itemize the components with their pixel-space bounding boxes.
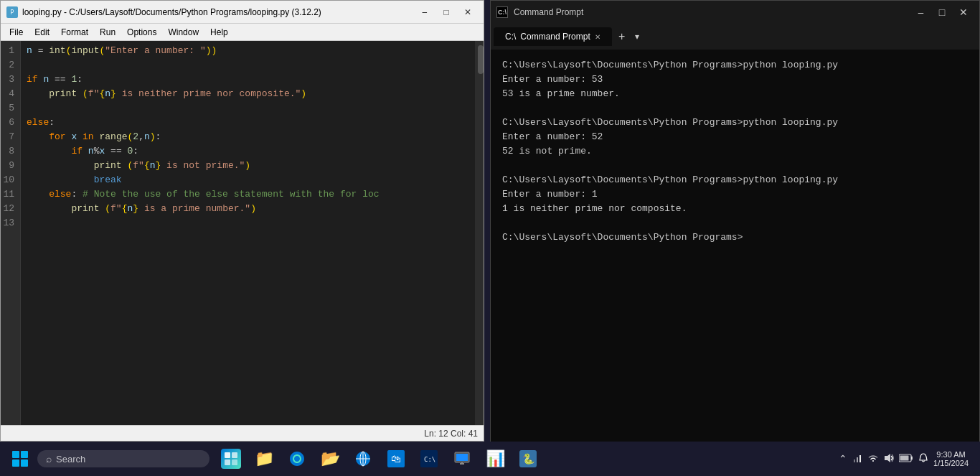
svg-rect-5 xyxy=(232,459,237,465)
scrollbar-thumb[interactable] xyxy=(478,45,484,74)
svg-rect-4 xyxy=(225,459,230,465)
ln9: 9 xyxy=(1,159,17,173)
ln2: 2 xyxy=(1,58,17,73)
titlebar-controls: ‒ □ ✕ xyxy=(415,5,478,19)
svg-rect-2 xyxy=(225,452,230,458)
code-line-5 xyxy=(27,101,469,116)
cmd-tab-1[interactable]: C:\ Command Prompt ✕ xyxy=(494,27,612,46)
minimize-button[interactable]: ‒ xyxy=(415,5,435,19)
code-line-1: n = int(input("Enter a number: ")) xyxy=(27,44,469,58)
ln6: 6 xyxy=(1,116,17,130)
code-line-7: for x in range(2,n): xyxy=(27,130,469,144)
tray-network-icon[interactable] xyxy=(852,452,863,466)
scrollbar-track[interactable] xyxy=(475,41,484,425)
svg-rect-20 xyxy=(854,459,855,462)
menu-file[interactable]: File xyxy=(4,26,29,39)
clock-time: 9:30 AM xyxy=(936,450,965,459)
idle-editor[interactable]: 1 2 3 4 5 6 7 8 9 10 11 12 13 n = int(in… xyxy=(1,41,484,425)
code-line-10: break xyxy=(27,173,469,187)
cmd-output-6: 52 is not prime. xyxy=(502,144,968,159)
code-line-9: print (f"{n} is not prime.") xyxy=(27,159,469,173)
cmd-output-8: C:\Users\Laysoft\Documents\Python Progra… xyxy=(502,173,968,187)
ln13: 13 xyxy=(1,216,17,230)
menu-run[interactable]: Run xyxy=(94,26,121,39)
taskbar-right: ⌃ xyxy=(839,450,974,467)
svg-text:P: P xyxy=(11,9,14,16)
idle-title: looping.py - C:/Users/Laysoft/Documents/… xyxy=(22,7,321,17)
line-numbers: 1 2 3 4 5 6 7 8 9 10 11 12 13 xyxy=(1,41,21,425)
ln5: 5 xyxy=(1,101,17,116)
store-icon: 🛍 xyxy=(386,449,406,469)
cmd-tab-icon: C:\ xyxy=(505,32,516,42)
taskbar-app-chart[interactable]: 📊 xyxy=(479,443,511,475)
cmd-output-12: C:\Users\Laysoft\Documents\Python Progra… xyxy=(502,230,968,245)
cmd-tab-dropdown[interactable]: ▾ xyxy=(635,32,639,42)
search-box[interactable]: ⌕ Search xyxy=(37,450,209,467)
cmd-tab-close[interactable]: ✕ xyxy=(595,33,600,41)
code-line-13 xyxy=(27,216,469,230)
cmd-output-10: 1 is neither prime nor composite. xyxy=(502,202,968,216)
titlebar-left: P looping.py - C:/Users/Laysoft/Document… xyxy=(6,6,321,18)
menu-window[interactable]: Window xyxy=(162,26,204,39)
taskbar-app-display[interactable] xyxy=(446,443,478,475)
code-line-6: else: xyxy=(27,116,469,130)
cmd-content[interactable]: C:\Users\Laysoft\Documents\Python Progra… xyxy=(491,50,979,448)
cmd-maximize-button[interactable]: □ xyxy=(932,5,952,19)
cmd-new-tab-button[interactable]: + xyxy=(612,27,632,47)
idle-statusbar: Ln: 12 Col: 41 xyxy=(1,425,484,441)
svg-text:🐍: 🐍 xyxy=(522,453,535,465)
taskbar: ⌕ Search 📁 xyxy=(0,442,980,476)
menu-options[interactable]: Options xyxy=(121,26,162,39)
cmd-close-button[interactable]: ✕ xyxy=(953,5,974,19)
ln10: 10 xyxy=(1,173,17,187)
tray-chevron-icon[interactable]: ⌃ xyxy=(839,453,847,465)
menu-format[interactable]: Format xyxy=(55,26,94,39)
taskbar-app-filemanager[interactable]: 📂 xyxy=(314,443,346,475)
taskbar-app-python[interactable]: 🐍 xyxy=(512,443,544,475)
cmd-window: C:\ Command Prompt ‒ □ ✕ C:\ Command Pro… xyxy=(490,0,980,449)
system-clock[interactable]: 9:30 AM 1/15/2024 xyxy=(933,450,969,467)
cmd-titlebar: C:\ Command Prompt ‒ □ ✕ xyxy=(491,1,979,24)
cmd-minimize-button[interactable]: ‒ xyxy=(910,5,930,19)
cmd-output-9: Enter a number: 1 xyxy=(502,187,968,202)
code-line-11: else: # Note the use of the else stateme… xyxy=(27,187,469,202)
taskbar-app-explorer[interactable]: 📁 xyxy=(248,443,280,475)
widgets-icon xyxy=(221,449,241,469)
windows-logo-icon xyxy=(12,451,28,467)
cmd-output-1: Enter a number: 53 xyxy=(502,73,968,87)
svg-rect-3 xyxy=(232,452,237,458)
idle-icon: P xyxy=(6,6,18,18)
idle-titlebar: P looping.py - C:/Users/Laysoft/Document… xyxy=(1,1,484,24)
tray-notification-icon[interactable] xyxy=(918,452,929,466)
menu-help[interactable]: Help xyxy=(204,26,234,39)
svg-text:C:\: C:\ xyxy=(424,456,435,463)
close-button[interactable]: ✕ xyxy=(458,5,478,19)
tray-volume-icon[interactable] xyxy=(883,452,895,466)
svg-text:🛍: 🛍 xyxy=(391,453,401,465)
code-line-3: if n == 1: xyxy=(27,73,469,87)
ln12: 12 xyxy=(1,202,17,216)
status-position: Ln: 12 Col: 41 xyxy=(424,429,478,439)
taskbar-apps: 📁 📂 xyxy=(215,443,544,475)
display-icon xyxy=(452,449,472,469)
taskbar-app-store[interactable]: 🛍 xyxy=(380,443,412,475)
maximize-button[interactable]: □ xyxy=(436,5,456,19)
taskbar-app-widgets[interactable] xyxy=(215,443,247,475)
tray-battery-icon[interactable] xyxy=(899,453,913,465)
python-icon: 🐍 xyxy=(518,449,538,469)
start-button[interactable] xyxy=(6,444,34,473)
code-area[interactable]: n = int(input("Enter a number: ")) if n … xyxy=(21,41,475,425)
taskbar-app-edge[interactable] xyxy=(281,443,313,475)
search-icon: ⌕ xyxy=(46,453,52,465)
menu-edit[interactable]: Edit xyxy=(29,26,55,39)
svg-rect-15 xyxy=(456,454,468,461)
cmd-output-2: 53 is a prime number. xyxy=(502,87,968,101)
tray-wifi-icon[interactable] xyxy=(867,452,879,466)
code-line-4: print (f"{n} is neither prime nor compos… xyxy=(27,87,469,101)
terminal-icon: C:\ xyxy=(419,449,439,469)
svg-rect-21 xyxy=(857,457,858,462)
taskbar-app-terminal[interactable]: C:\ xyxy=(413,443,445,475)
ln1: 1 xyxy=(1,44,17,58)
cmd-empty-1 xyxy=(502,101,968,116)
taskbar-app-browser-alt[interactable] xyxy=(347,443,379,475)
